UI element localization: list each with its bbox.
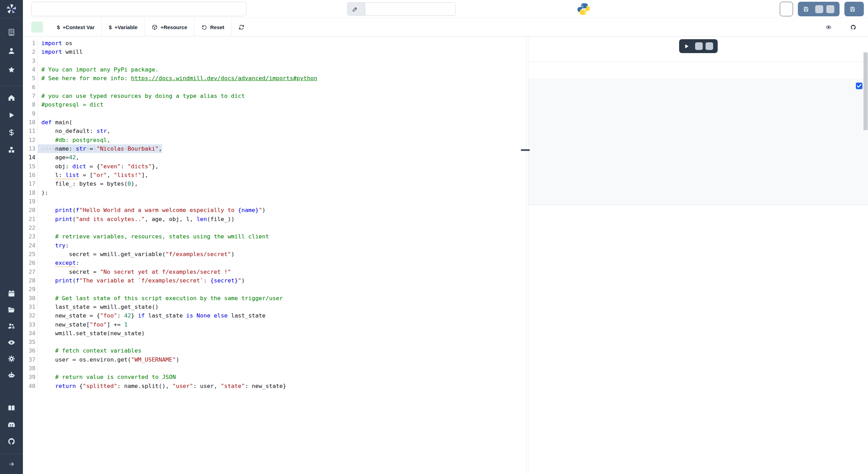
github-icon	[8, 438, 15, 447]
users-gear-icon	[8, 322, 15, 331]
code-line[interactable]: 28 print(f"The variable at `f/examples/s…	[23, 276, 526, 285]
code-text	[37, 83, 41, 92]
code-line[interactable]: 1import os	[23, 39, 526, 48]
code-line[interactable]: 24 try:	[23, 241, 526, 250]
code-line[interactable]: 18):	[23, 188, 526, 197]
sidebar-item-eye[interactable]	[0, 335, 23, 351]
code-line[interactable]: 34 wmill.set_state(new_state)	[23, 329, 526, 338]
code-text: return {"splitted": name.split(), "user"…	[37, 382, 286, 390]
sidebar-item-github[interactable]	[0, 434, 23, 450]
code-text: print(f"The variable at `f/examples/secr…	[37, 276, 245, 285]
code-text: secret = wmill.get_variable("f/examples/…	[37, 250, 234, 259]
code-line[interactable]: 33 new_state["foo"] += 1	[23, 320, 526, 329]
sidebar-item-calendar[interactable]	[0, 286, 23, 302]
code-line[interactable]: 17 file_: bytes = bytes(0),	[23, 179, 526, 188]
code-line[interactable]: 2import wmill	[23, 48, 526, 56]
code-text: new_state = {"foo": 42} if last_state is…	[37, 311, 266, 320]
code-line[interactable]: 19	[23, 197, 526, 206]
sidebar-item-users-gear[interactable]	[0, 319, 23, 335]
code-line[interactable]: 31 last_state = wmill.get_state()	[23, 303, 526, 311]
save-draft-button[interactable]	[798, 2, 840, 16]
code-line[interactable]: 9	[23, 109, 526, 118]
line-number: 20	[23, 206, 35, 214]
code-line[interactable]: 10def main(	[23, 118, 526, 127]
sync-from-github-button[interactable]	[850, 24, 859, 30]
code-line[interactable]: 3	[23, 57, 526, 65]
sidebar-item-bot[interactable]	[0, 367, 23, 384]
code-line[interactable]: 40 return {"splitted": name.split(), "us…	[23, 382, 526, 390]
folder-open-icon	[8, 306, 15, 315]
code-line[interactable]: 4# You can import any PyPi package.	[23, 65, 526, 74]
code-line[interactable]: 37 user = os.environ.get("WM_USERNAME")	[23, 355, 526, 364]
python-logo-icon	[577, 2, 590, 16]
panel-splitter[interactable]	[526, 36, 528, 474]
code-line[interactable]: 35	[23, 338, 526, 346]
sidebar-item-dollar-sign[interactable]	[0, 125, 23, 142]
assistant-button[interactable]	[232, 18, 254, 36]
sidebar-item-gear[interactable]	[0, 351, 23, 367]
code-line[interactable]: 7# you can use typed resources by doing …	[23, 92, 526, 100]
code-line[interactable]: 5# See here for more info: https://docs.…	[23, 74, 526, 83]
explore-other-scripts-button[interactable]	[826, 24, 834, 30]
sidebar-expand-button[interactable]	[0, 454, 23, 474]
code-line[interactable]: 27 secret = "No secret yet at f/examples…	[23, 268, 526, 276]
sidebar-item-book-open[interactable]	[0, 400, 23, 417]
line-number: 22	[23, 223, 35, 232]
line-number: 5	[23, 74, 35, 83]
script-summary-input[interactable]	[31, 2, 247, 16]
sidebar-item-star[interactable]	[0, 61, 23, 80]
sidebar-item-home[interactable]	[0, 90, 23, 107]
code-text: print("and its acolytes..", age, obj, l,…	[37, 215, 234, 223]
path-group	[347, 2, 456, 16]
code-line[interactable]: 6	[23, 83, 526, 92]
code-line[interactable]: 14 age=42,	[23, 153, 526, 162]
code-line[interactable]: 13····name:·str·=·"Nicolas·Bourbaki",	[23, 144, 526, 153]
code-line[interactable]: 22	[23, 223, 526, 232]
code-line[interactable]: 29	[23, 285, 526, 294]
customise-button[interactable]	[780, 2, 793, 16]
sidebar-item-discord[interactable]	[0, 417, 23, 434]
line-number: 15	[23, 162, 35, 171]
code-line[interactable]: 38	[23, 364, 526, 373]
sidebar-item-play[interactable]	[0, 107, 23, 125]
code-text: except:	[37, 259, 79, 267]
deploy-button[interactable]	[844, 2, 864, 16]
sidebar-item-boxes[interactable]	[0, 142, 23, 159]
code-line[interactable]: 23 # retrieve variables, resources, stat…	[23, 232, 526, 241]
code-line[interactable]: 21 print("and its acolytes..", age, obj,…	[23, 215, 526, 223]
building-icon	[8, 28, 15, 37]
code-line[interactable]: 32 new_state = {"foo": 42} if last_state…	[23, 311, 526, 320]
code-line[interactable]: 16 l: list = ["or", "lists!"],	[23, 171, 526, 179]
code-text: secret = "No secret yet at f/examples/se…	[37, 268, 231, 276]
refresh-icon	[239, 24, 244, 30]
edit-path-button[interactable]	[347, 2, 365, 16]
sidebar-item-user[interactable]	[0, 42, 23, 61]
code-line[interactable]: 12 #db: postgresql,	[23, 136, 526, 144]
sidebar-item-building[interactable]	[0, 24, 23, 42]
-variable-button[interactable]: $+Variable	[102, 18, 144, 36]
code-text: user = os.environ.get("WM_USERNAME")	[37, 355, 179, 364]
line-number: 39	[23, 373, 35, 381]
pencil-icon	[352, 6, 358, 12]
line-number: 34	[23, 329, 35, 338]
path-input[interactable]	[365, 2, 456, 16]
test-button[interactable]	[679, 39, 718, 53]
code-line[interactable]: 30 # Get last state of this script execu…	[23, 294, 526, 303]
code-line[interactable]: 25 secret = wmill.get_variable("f/exampl…	[23, 250, 526, 259]
-resource-button[interactable]: +Resource	[145, 18, 194, 36]
code-line[interactable]: 20 print(f"Hello World and a warm welcom…	[23, 206, 526, 214]
autoscroll-checkbox[interactable]	[856, 83, 862, 89]
reset-button[interactable]: Reset	[194, 18, 231, 36]
code-line[interactable]: 8#postgresql = dict	[23, 100, 526, 109]
code-line[interactable]: 26 except:	[23, 259, 526, 267]
windmill-logo[interactable]	[0, 0, 23, 18]
sidebar-item-folder-open[interactable]	[0, 302, 23, 319]
right-panel	[528, 36, 868, 474]
form-scrollbar[interactable]	[863, 52, 868, 130]
code-line[interactable]: 39 # return value is converted to JSON	[23, 373, 526, 381]
code-line[interactable]: 11 no_default: str,	[23, 127, 526, 135]
code-editor[interactable]: 1import os2import wmill34# You can impor…	[23, 36, 526, 474]
-context-var-button[interactable]: $+Context Var	[50, 18, 101, 36]
code-line[interactable]: 36 # fetch context variables	[23, 346, 526, 355]
code-line[interactable]: 15 obj: dict = {"even": "dicts"},	[23, 162, 526, 171]
